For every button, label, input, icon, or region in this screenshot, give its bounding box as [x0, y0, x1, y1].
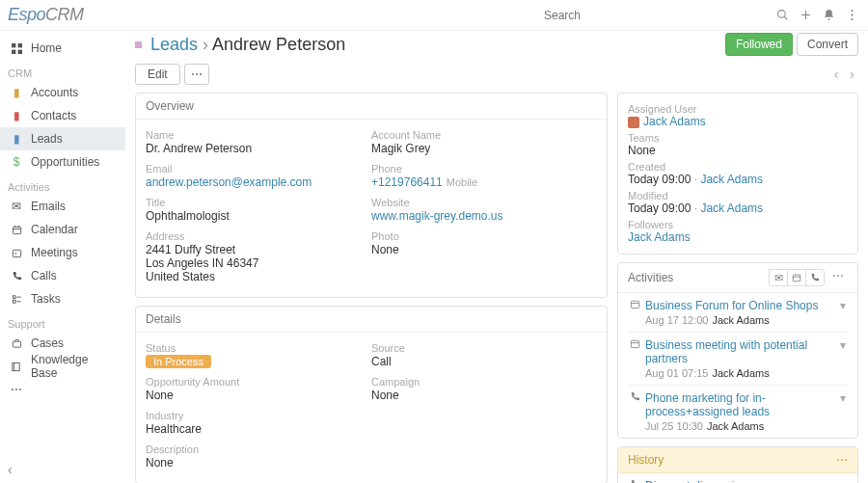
field-website[interactable]: www.magik-grey.demo.us: [371, 209, 503, 223]
notifications-icon[interactable]: [818, 5, 839, 26]
sidebar-section-crm: CRM: [0, 60, 125, 81]
history-item: Discount discussion Today 14:00Jack Adam…: [628, 473, 848, 483]
side-meta-panel: Assigned User Jack Adams Teams None Crea…: [617, 93, 858, 255]
activity-link[interactable]: Business meeting with potential partners: [645, 338, 807, 365]
svg-point-5: [851, 13, 853, 15]
sidebar-more[interactable]: ⋯: [0, 378, 125, 401]
sidebar-item-cases[interactable]: Cases: [0, 332, 125, 355]
svg-rect-9: [12, 49, 15, 53]
field-account: Magik Grey: [371, 142, 597, 155]
briefcase-icon: [8, 338, 25, 349]
phone-icon: [630, 391, 645, 432]
breadcrumb-module[interactable]: Leads: [150, 35, 198, 54]
activity-item-menu[interactable]: ▾: [836, 299, 846, 326]
svg-rect-21: [13, 341, 20, 347]
search-icon[interactable]: [772, 5, 793, 26]
overview-panel: Overview Name Dr. Andrew Peterson Accoun…: [135, 93, 608, 298]
compose-email-button[interactable]: ✉: [769, 269, 788, 286]
svg-rect-26: [631, 301, 638, 308]
svg-rect-10: [17, 49, 21, 53]
calendar-icon: [792, 273, 801, 282]
calendar-icon: [630, 338, 645, 379]
grid-icon: [8, 43, 25, 54]
svg-rect-19: [13, 300, 15, 303]
sidebar-collapse[interactable]: ‹: [8, 462, 13, 477]
field-email[interactable]: andrew.peterson@example.com: [146, 175, 312, 189]
phone-icon: [630, 479, 645, 483]
svg-point-4: [851, 10, 853, 12]
svg-rect-28: [631, 340, 638, 347]
activity-link[interactable]: Phone marketing for in-process+assigned …: [645, 391, 770, 418]
convert-button[interactable]: Convert: [797, 33, 858, 56]
svg-rect-7: [12, 43, 15, 47]
status-badge: In Process: [146, 355, 211, 368]
meetings-icon: [8, 248, 25, 258]
activity-item-menu[interactable]: ▾: [836, 338, 846, 379]
history-link[interactable]: Discount discussion: [645, 479, 747, 483]
ellipsis-icon: ⋯: [8, 383, 25, 396]
sidebar-item-opportunities[interactable]: $ Opportunities: [0, 150, 125, 174]
history-menu[interactable]: ⋯: [836, 453, 848, 467]
activities-menu[interactable]: ⋯: [828, 269, 848, 286]
svg-point-0: [777, 11, 785, 18]
field-teams: None: [628, 144, 848, 157]
modified-time: Today 09:00: [628, 201, 691, 215]
sidebar-item-meetings[interactable]: Meetings: [0, 241, 125, 264]
sidebar-section-support: Support: [0, 310, 125, 332]
sidebar-section-activities: Activities: [0, 174, 125, 195]
chevron-left-icon: ‹: [8, 462, 13, 477]
field-phone[interactable]: +1219766411: [371, 175, 443, 189]
sidebar-item-accounts[interactable]: ▮ Accounts: [0, 81, 125, 104]
sidebar-item-leads[interactable]: ▮ Leads: [0, 127, 125, 150]
activity-item: Phone marketing for in-process+assigned …: [628, 385, 848, 438]
field-name: Dr. Andrew Peterson: [146, 142, 371, 155]
activities-title: Activities: [628, 271, 673, 284]
field-title: Ophthalmologist: [146, 209, 371, 223]
follower-link[interactable]: Jack Adams: [628, 230, 691, 244]
envelope-icon: ✉: [8, 200, 25, 213]
history-item-menu[interactable]: ▾: [836, 479, 846, 483]
field-description: None: [146, 456, 597, 470]
sidebar-item-tasks[interactable]: Tasks: [0, 287, 125, 310]
breadcrumb: Leads › Andrew Peterson: [135, 35, 345, 55]
global-search-input[interactable]: [538, 5, 770, 26]
followed-button[interactable]: Followed: [725, 33, 793, 56]
prev-record-button[interactable]: ‹: [830, 65, 843, 84]
field-source: Call: [371, 355, 597, 368]
svg-rect-8: [17, 43, 21, 47]
tasks-icon: [8, 294, 25, 305]
kebab-menu-icon[interactable]: [841, 5, 862, 26]
activity-item: Business meeting with potential partners…: [628, 332, 848, 385]
sidebar-item-emails[interactable]: ✉ Emails: [0, 195, 125, 218]
svg-rect-17: [13, 295, 15, 298]
bookmark-icon: ▮: [8, 86, 25, 99]
modified-by-link[interactable]: Jack Adams: [700, 201, 763, 215]
activity-item-menu[interactable]: ▾: [836, 391, 846, 432]
sidebar-item-calendar[interactable]: Calendar: [0, 218, 125, 241]
sidebar-item-contacts[interactable]: ▮ Contacts: [0, 104, 125, 127]
activities-panel: Activities ✉ ⋯: [617, 262, 858, 439]
phone-icon: [8, 271, 25, 282]
svg-line-1: [784, 16, 787, 19]
details-panel: Details Status In Process Source Call: [135, 306, 608, 483]
activity-link[interactable]: Business Forum for Online Shops: [645, 299, 818, 312]
assigned-user-link[interactable]: Jack Adams: [643, 115, 706, 128]
book-icon: [8, 362, 25, 372]
sidebar-item-home[interactable]: Home: [0, 37, 125, 60]
created-by-link[interactable]: Jack Adams: [700, 173, 763, 186]
svg-rect-11: [13, 227, 20, 233]
sidebar-item-kb[interactable]: Knowledge Base: [0, 355, 125, 378]
next-record-button[interactable]: ›: [846, 65, 858, 84]
details-title: Details: [146, 312, 181, 326]
more-actions-button[interactable]: ⋯: [184, 64, 209, 85]
log-call-button[interactable]: [805, 269, 825, 286]
field-photo: None: [371, 243, 597, 256]
field-oppamt: None: [146, 389, 371, 402]
field-address: 2441 Duffy Street Los Angeles IN 46347 U…: [146, 243, 371, 283]
sidebar: Home CRM ▮ Accounts ▮ Contacts ▮ Leads $…: [0, 31, 125, 483]
edit-button[interactable]: Edit: [135, 64, 180, 85]
sidebar-item-calls[interactable]: Calls: [0, 264, 125, 287]
app-logo: EspoCRM: [8, 5, 84, 25]
schedule-meeting-button[interactable]: [787, 269, 806, 286]
quick-create-icon[interactable]: [795, 5, 816, 26]
